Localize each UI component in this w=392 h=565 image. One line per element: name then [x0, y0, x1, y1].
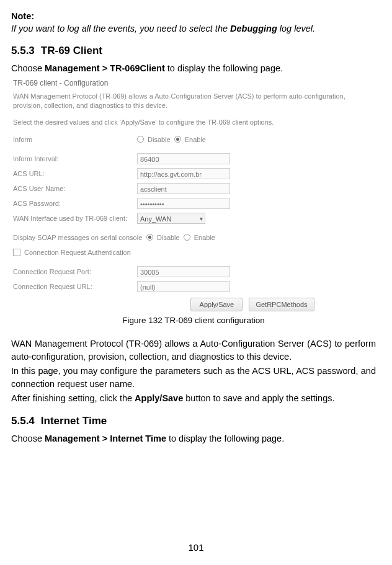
get-rpc-methods-button[interactable]: GetRPCMethods — [249, 298, 314, 311]
radio-soap-enable-label: Enable — [194, 234, 215, 241]
label-conn-req-url: Connection Request URL: — [13, 283, 137, 290]
intro554-bold: Management > Internet Time — [45, 434, 166, 443]
radio-soap-disable-label: Disable — [157, 234, 180, 241]
row-acs-url: ACS URL: http://acs.gvt.com.br — [12, 166, 375, 181]
intro554-pre: Choose — [11, 434, 45, 443]
figure-caption-132: Figure 132 TR-069 client configuration — [11, 316, 376, 325]
note-bold: Debugging — [230, 24, 277, 33]
label-conn-req-port: Connection Request Port: — [13, 268, 137, 275]
section-553-intro: Choose Management > TR-069Client to disp… — [11, 63, 376, 73]
intro-bold: Management > TR-069Client — [45, 63, 165, 73]
label-soap: Display SOAP messages on serial console — [13, 234, 146, 241]
radio-inform-enable-label: Enable — [185, 136, 206, 143]
panel-hint: Select the desired values and click 'App… — [12, 117, 375, 128]
section-554-heading: 5.5.4Internet Time — [11, 415, 376, 427]
label-interval: Inform Interval: — [13, 155, 137, 162]
paragraph-1: WAN Management Protocol (TR-069) allows … — [11, 337, 376, 363]
section-553-title: TR-69 Client — [41, 45, 102, 56]
radio-inform-disable-label: Disable — [148, 136, 171, 143]
intro-pre: Choose — [11, 63, 45, 73]
row-conn-req-url: Connection Request URL: (null) — [12, 279, 375, 294]
row-interval: Inform Interval: 86400 — [12, 151, 375, 166]
note-title: Note: — [11, 11, 376, 21]
input-acs-user[interactable]: acsclient — [137, 183, 230, 194]
page-number: 101 — [0, 542, 392, 553]
note-post: log level. — [277, 24, 315, 33]
section-554-num: 5.5.4 — [11, 415, 35, 427]
paragraph-2: In this page, you may configure the para… — [11, 365, 376, 391]
row-acs-user: ACS User Name: acsclient — [12, 181, 375, 196]
row-conn-req-auth: Connection Request Authentication — [12, 247, 375, 258]
input-interval[interactable]: 86400 — [137, 153, 230, 164]
apply-save-button[interactable]: Apply/Save — [190, 298, 243, 311]
select-wan-if[interactable]: Any_WAN — [137, 213, 205, 224]
section-553-heading: 5.5.3TR-69 Client — [11, 45, 376, 57]
paragraph-3: After finishing setting, click the Apply… — [11, 392, 376, 405]
p3-bold: Apply/Save — [135, 393, 183, 403]
panel-desc: WAN Management Protocol (TR-069) allows … — [12, 91, 375, 111]
tr069-config-panel: TR-069 client - Configuration WAN Manage… — [11, 77, 376, 313]
label-acs-pass: ACS Password: — [13, 200, 137, 207]
label-acs-url: ACS URL: — [13, 170, 137, 177]
note-body: If you want to log all the events, you n… — [11, 24, 376, 33]
label-acs-user: ACS User Name: — [13, 185, 137, 192]
label-wan-if: WAN Interface used by TR-069 client: — [13, 215, 137, 222]
row-conn-req-port: Connection Request Port: 30005 — [12, 264, 375, 279]
row-wan-if: WAN Interface used by TR-069 client: Any… — [12, 211, 375, 226]
section-553-num: 5.5.3 — [11, 45, 35, 57]
intro554-post: to display the following page. — [166, 434, 284, 443]
label-inform: Inform — [13, 136, 137, 143]
input-conn-req-url[interactable]: (null) — [137, 281, 230, 292]
section-554-title: Internet Time — [41, 415, 107, 427]
row-acs-pass: ACS Password: •••••••••• — [12, 196, 375, 211]
radio-inform-disable[interactable] — [137, 136, 144, 143]
intro-post: to display the following page. — [165, 63, 283, 73]
section-554-intro: Choose Management > Internet Time to dis… — [11, 434, 376, 443]
p3-pre: After finishing setting, click the — [11, 393, 135, 403]
radio-soap-disable[interactable] — [146, 234, 153, 241]
p3-post: button to save and apply the settings. — [183, 393, 334, 403]
radio-inform-enable[interactable] — [174, 136, 181, 143]
input-conn-req-port[interactable]: 30005 — [137, 266, 230, 277]
panel-title: TR-069 client - Configuration — [12, 78, 375, 91]
input-acs-pass[interactable]: •••••••••• — [137, 198, 230, 209]
label-conn-req-auth: Connection Request Authentication — [24, 249, 131, 256]
radio-soap-enable[interactable] — [184, 234, 190, 241]
button-bar: Apply/Save GetRPCMethods — [130, 294, 375, 313]
checkbox-conn-req-auth[interactable] — [13, 249, 20, 256]
input-acs-url[interactable]: http://acs.gvt.com.br — [137, 168, 230, 179]
row-inform: Inform Disable Enable — [12, 134, 375, 145]
note-pre: If you want to log all the events, you n… — [11, 24, 230, 33]
row-soap: Display SOAP messages on serial console … — [12, 232, 375, 243]
